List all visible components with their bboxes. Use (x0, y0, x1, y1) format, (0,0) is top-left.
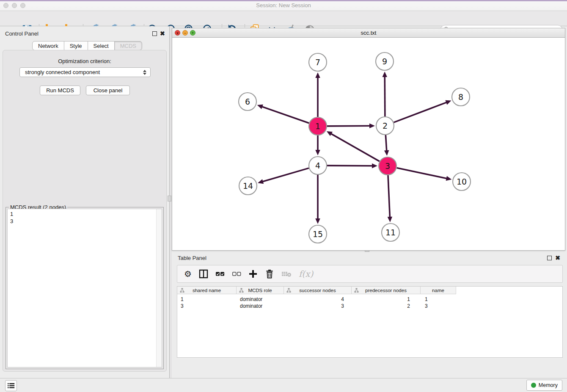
select-all-icon[interactable] (215, 271, 225, 277)
edge-2-9[interactable] (385, 76, 385, 116)
node-label-1: 1 (315, 121, 320, 131)
delete-table-icon[interactable] (281, 271, 292, 277)
edge-arrow-1-2 (369, 123, 375, 128)
network-window-title: scc.txt (172, 30, 565, 36)
cell-name[interactable]: 1 (421, 296, 456, 303)
table-panel: Table Panel ✖ ⚙ (172, 252, 565, 392)
deselect-all-icon[interactable] (232, 271, 241, 277)
splitter-handle[interactable] (168, 196, 171, 202)
status-bar: Memory (0, 378, 567, 392)
float-table-panel-icon[interactable] (547, 256, 552, 260)
mcds-panel: Optimization criterion: strongly connect… (3, 50, 167, 372)
node-label-4: 4 (315, 161, 320, 170)
memory-status-dot (531, 383, 536, 388)
edge-arrow-2-9 (382, 72, 387, 77)
attribute-type-icon (239, 288, 244, 294)
cell-mcds-role[interactable]: dominator (237, 303, 284, 309)
attribute-type-icon (180, 288, 184, 294)
node-label-6: 6 (245, 97, 250, 106)
criterion-dropdown[interactable]: strongly connected component (19, 67, 151, 77)
edge-2-8[interactable] (394, 102, 448, 122)
dropdown-stepper-icon (141, 70, 149, 75)
column-label: MCDS role (248, 288, 272, 293)
cell-successor-nodes[interactable]: 3 (284, 303, 352, 309)
column-header-predecessor-nodes[interactable]: predecessor nodes (352, 287, 421, 294)
edge-4-14[interactable] (262, 168, 309, 182)
control-panel-tabs: Network Style Select MCDS (33, 41, 142, 50)
node-label-14: 14 (243, 181, 253, 190)
edge-arrow-1-7 (315, 72, 320, 78)
edge-3-1[interactable] (330, 133, 380, 161)
edge-1-2[interactable] (327, 126, 371, 126)
run-mcds-button[interactable]: Run MCDS (40, 86, 80, 95)
tab-style[interactable]: Style (64, 41, 88, 50)
edge-3-10[interactable] (397, 168, 448, 179)
task-history-button[interactable] (5, 380, 17, 391)
edge-arrow-4-3 (372, 163, 377, 168)
table-row[interactable]: 1 dominator 4 1 1 (177, 296, 456, 303)
node-label-7: 7 (315, 58, 320, 67)
float-panel-icon[interactable] (152, 31, 157, 36)
cell-predecessor-nodes[interactable]: 1 (352, 296, 421, 303)
node-label-8: 8 (458, 92, 463, 102)
tab-select[interactable]: Select (88, 41, 115, 50)
column-header-shared-name[interactable]: shared name (177, 287, 237, 294)
function-builder-icon[interactable]: f(x) (299, 269, 313, 279)
node-label-15: 15 (313, 229, 323, 239)
memory-button[interactable]: Memory (526, 380, 562, 391)
cell-predecessor-nodes[interactable]: 2 (352, 303, 421, 309)
result-line: 1 (10, 210, 13, 218)
edge-4-3[interactable] (327, 166, 373, 166)
add-column-icon[interactable] (248, 269, 258, 279)
table-row[interactable]: 3 dominator 3 2 3 (177, 303, 456, 309)
cell-shared-name[interactable]: 3 (177, 303, 237, 309)
edge-arrow-3-11 (388, 217, 392, 222)
edge-arrow-3-10 (446, 176, 452, 181)
control-panel: Control Panel ✖ Network Style Select MCD… (0, 26, 169, 378)
edge-2-3[interactable] (385, 135, 386, 152)
edge-1-6[interactable] (261, 106, 309, 123)
mcds-result-box: MCDS result (2 nodes) 1 3 (6, 207, 164, 369)
gear-icon[interactable]: ⚙ (184, 270, 192, 278)
node-label-2: 2 (383, 121, 388, 130)
table-toolbar: ⚙ f(x) (177, 265, 563, 283)
tab-mcds[interactable]: MCDS (114, 41, 142, 50)
column-label: name (432, 288, 444, 293)
column-label: successor nodes (299, 288, 336, 293)
result-line: 3 (10, 218, 13, 225)
title-bar: Session: New Session (0, 0, 567, 11)
mcds-result-area[interactable]: 1 3 (7, 209, 162, 367)
edge-arrow-4-15 (315, 218, 320, 224)
cell-name[interactable]: 3 (421, 303, 456, 309)
column-header-mcds-role[interactable]: MCDS role (237, 287, 284, 294)
network-canvas[interactable]: 7968124314101511 (172, 38, 565, 250)
application-window: Session: New Session (0, 0, 567, 392)
window-title: Session: New Session (0, 2, 567, 8)
edge-3-11[interactable] (388, 175, 390, 218)
edge-arrow-4-14 (258, 179, 264, 184)
cell-successor-nodes[interactable]: 4 (284, 296, 352, 303)
node-label-10: 10 (457, 177, 467, 186)
columns-icon[interactable] (199, 269, 208, 279)
close-panel-icon[interactable]: ✖ (160, 30, 165, 37)
column-header-successor-nodes[interactable]: successor nodes (284, 287, 352, 294)
node-label-9: 9 (382, 57, 387, 66)
cell-mcds-role[interactable]: dominator (237, 296, 284, 303)
control-panel-title: Control Panel (5, 30, 39, 37)
close-table-panel-icon[interactable]: ✖ (555, 254, 560, 261)
delete-column-icon[interactable] (265, 269, 274, 279)
edge-arrow-1-6 (257, 105, 263, 109)
node-table: shared name MCDS role successor nodes pr… (177, 286, 563, 358)
cell-shared-name[interactable]: 1 (177, 296, 237, 303)
attribute-type-icon (286, 288, 291, 294)
network-window-titlebar[interactable]: x – + scc.txt (172, 28, 565, 38)
column-header-name[interactable]: name (421, 287, 456, 294)
edge-arrow-2-3 (384, 150, 389, 156)
table-header-row: shared name MCDS role successor nodes pr… (177, 287, 456, 294)
tab-network[interactable]: Network (32, 41, 64, 50)
mcds-result-lines: 1 3 (10, 210, 13, 225)
close-panel-button[interactable]: Close panel (86, 86, 130, 95)
network-window: x – + scc.txt 7968124314101511 (172, 28, 565, 251)
result-scrollbar[interactable] (156, 209, 162, 367)
node-label-11: 11 (385, 228, 396, 237)
